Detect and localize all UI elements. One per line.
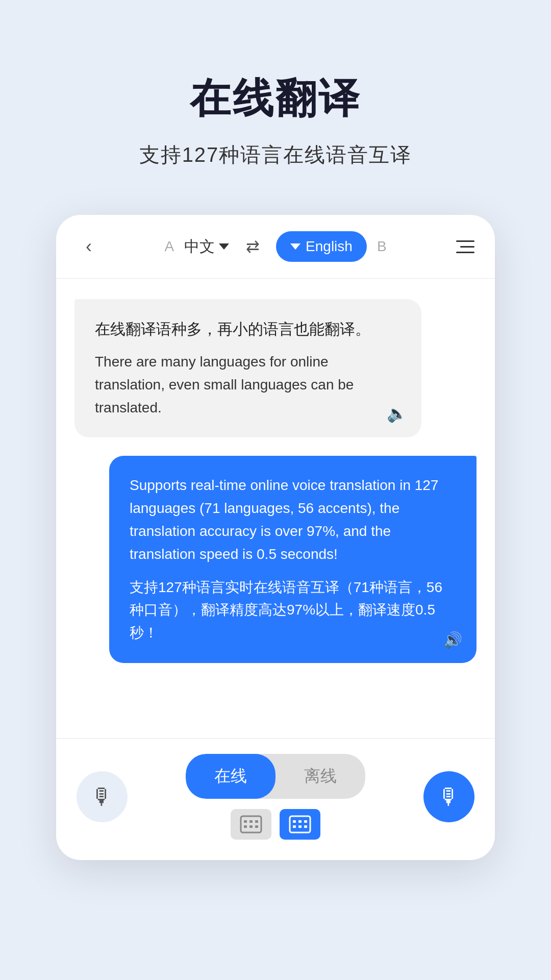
target-language-selector[interactable]: English <box>276 231 367 262</box>
svg-rect-5 <box>249 825 253 828</box>
svg-rect-2 <box>249 820 253 823</box>
menu-line-1 <box>456 240 474 242</box>
target-dropdown-arrow <box>290 243 300 250</box>
bottom-bar: 🎙 在线 离线 <box>56 738 495 860</box>
keyboard-button-active[interactable] <box>280 809 320 840</box>
svg-rect-1 <box>244 820 247 823</box>
keyboard-button-inactive[interactable] <box>231 809 271 840</box>
mic-button-left[interactable]: 🎙 <box>77 771 128 822</box>
source-dropdown-arrow <box>219 243 229 250</box>
sent-bubble: Supports real-time online voice translat… <box>109 456 477 663</box>
svg-rect-3 <box>255 820 258 823</box>
svg-rect-7 <box>290 816 310 832</box>
sent-text-english: Supports real-time online voice translat… <box>130 474 456 566</box>
online-offline-toggle[interactable]: 在线 离线 <box>186 754 365 799</box>
bottom-center: 在线 离线 <box>186 754 365 840</box>
back-button[interactable]: ‹ <box>77 234 101 259</box>
top-bar: ‹ A 中文 ⇄ English B <box>56 215 495 279</box>
swap-languages-button[interactable]: ⇄ <box>239 233 266 260</box>
target-language-text: English <box>306 238 353 255</box>
source-language-selector[interactable]: 中文 <box>184 236 229 257</box>
svg-rect-12 <box>298 825 302 828</box>
svg-rect-4 <box>244 825 247 828</box>
offline-button[interactable]: 离线 <box>276 754 365 799</box>
lang-a-label: A <box>164 238 174 255</box>
svg-rect-9 <box>298 820 302 823</box>
svg-rect-10 <box>304 820 307 823</box>
online-button[interactable]: 在线 <box>186 754 276 799</box>
received-bubble: 在线翻译语种多，再小的语言也能翻译。 There are many langua… <box>74 299 421 437</box>
speaker-icon-right[interactable]: 🔊 <box>443 631 462 649</box>
svg-rect-13 <box>304 825 307 828</box>
menu-line-2 <box>460 246 474 248</box>
source-language-text: 中文 <box>184 236 215 257</box>
received-text-english: There are many languages for online tran… <box>95 351 401 419</box>
sent-text-chinese: 支持127种语言实时在线语音互译（71种语言，56种口音），翻译精度高达97%以… <box>130 576 456 645</box>
mic-icon-right: 🎙 <box>438 784 460 810</box>
keyboard-active-icon <box>289 815 311 834</box>
mic-icon-left: 🎙 <box>91 784 113 810</box>
phone-mockup: ‹ A 中文 ⇄ English B 在线翻译语种 <box>56 215 495 860</box>
received-text-chinese: 在线翻译语种多，再小的语言也能翻译。 <box>95 317 401 340</box>
back-icon: ‹ <box>86 236 92 257</box>
page-title: 在线翻译 <box>190 71 361 127</box>
keyboard-inactive-icon <box>240 815 262 834</box>
language-controls: A 中文 ⇄ English B <box>101 231 450 262</box>
swap-icon: ⇄ <box>246 237 260 256</box>
svg-rect-0 <box>241 816 261 832</box>
keyboard-icons <box>231 809 320 840</box>
chat-area: 在线翻译语种多，再小的语言也能翻译。 There are many langua… <box>56 279 495 738</box>
page-subtitle: 支持127种语言在线语音互译 <box>139 141 412 169</box>
svg-rect-8 <box>293 820 296 823</box>
lang-b-label: B <box>377 238 387 255</box>
speaker-icon-left[interactable]: 🔈 <box>387 404 407 423</box>
mic-button-right[interactable]: 🎙 <box>423 771 474 822</box>
svg-rect-11 <box>293 825 296 828</box>
menu-button[interactable] <box>450 234 474 259</box>
menu-line-3 <box>456 252 474 253</box>
svg-rect-6 <box>255 825 258 828</box>
page-header: 在线翻译 支持127种语言在线语音互译 <box>0 0 551 200</box>
